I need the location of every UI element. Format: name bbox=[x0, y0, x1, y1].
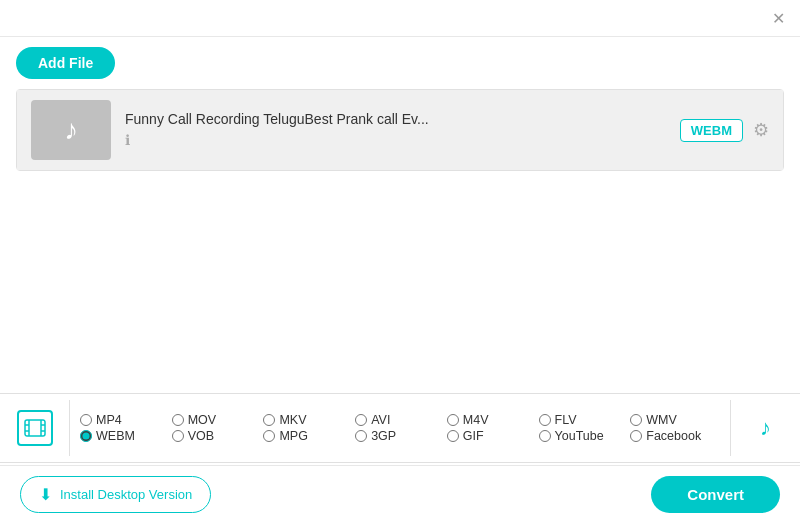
format-label-avi: AVI bbox=[371, 413, 390, 427]
radio-m4v[interactable] bbox=[447, 414, 459, 426]
radio-webm[interactable] bbox=[80, 430, 92, 442]
format-option-mpg[interactable]: MPG bbox=[263, 429, 353, 443]
music-icon-area[interactable]: ♪ bbox=[730, 400, 800, 456]
info-icon[interactable]: ℹ bbox=[125, 132, 130, 148]
format-label-mov: MOV bbox=[188, 413, 216, 427]
settings-icon[interactable]: ⚙ bbox=[753, 119, 769, 141]
install-label: Install Desktop Version bbox=[60, 487, 192, 502]
format-option-avi[interactable]: AVI bbox=[355, 413, 445, 427]
format-option-youtube[interactable]: YouTube bbox=[539, 429, 629, 443]
format-label-mp4: MP4 bbox=[96, 413, 122, 427]
format-label-youtube: YouTube bbox=[555, 429, 604, 443]
radio-avi[interactable] bbox=[355, 414, 367, 426]
format-options: MP4 MOV MKV AVI M4V FLV WMV WEBM bbox=[70, 409, 730, 447]
radio-mov[interactable] bbox=[172, 414, 184, 426]
radio-mp4[interactable] bbox=[80, 414, 92, 426]
download-icon: ⬇ bbox=[39, 485, 52, 504]
format-label-vob: VOB bbox=[188, 429, 214, 443]
music-icon: ♪ bbox=[64, 114, 78, 146]
add-file-button[interactable]: Add File bbox=[16, 47, 115, 79]
format-label-m4v: M4V bbox=[463, 413, 489, 427]
format-label-flv: FLV bbox=[555, 413, 577, 427]
format-label-facebook: Facebook bbox=[646, 429, 701, 443]
film-icon bbox=[17, 410, 53, 446]
radio-vob[interactable] bbox=[172, 430, 184, 442]
format-option-facebook[interactable]: Facebook bbox=[630, 429, 720, 443]
radio-flv[interactable] bbox=[539, 414, 551, 426]
audio-mode-icon: ♪ bbox=[760, 415, 771, 441]
toolbar: Add File bbox=[0, 37, 800, 89]
file-list: ♪ Funny Call Recording TeluguBest Prank … bbox=[16, 89, 784, 171]
radio-mkv[interactable] bbox=[263, 414, 275, 426]
format-icon-area bbox=[0, 400, 70, 456]
content-area bbox=[0, 171, 800, 371]
file-name: Funny Call Recording TeluguBest Prank ca… bbox=[125, 111, 666, 127]
format-label-mpg: MPG bbox=[279, 429, 307, 443]
format-label-mkv: MKV bbox=[279, 413, 306, 427]
svg-rect-0 bbox=[25, 420, 45, 436]
format-badge[interactable]: WEBM bbox=[680, 119, 743, 142]
format-label-wmv: WMV bbox=[646, 413, 677, 427]
format-option-vob[interactable]: VOB bbox=[172, 429, 262, 443]
file-actions: WEBM ⚙ bbox=[680, 119, 769, 142]
format-option-gif[interactable]: GIF bbox=[447, 429, 537, 443]
radio-youtube[interactable] bbox=[539, 430, 551, 442]
radio-facebook[interactable] bbox=[630, 430, 642, 442]
format-option-mkv[interactable]: MKV bbox=[263, 413, 353, 427]
file-thumbnail: ♪ bbox=[31, 100, 111, 160]
format-label-3gp: 3GP bbox=[371, 429, 396, 443]
radio-wmv[interactable] bbox=[630, 414, 642, 426]
format-option-webm[interactable]: WEBM bbox=[80, 429, 170, 443]
format-label-gif: GIF bbox=[463, 429, 484, 443]
footer: ⬇ Install Desktop Version Convert bbox=[0, 465, 800, 523]
format-option-3gp[interactable]: 3GP bbox=[355, 429, 445, 443]
format-option-mp4[interactable]: MP4 bbox=[80, 413, 170, 427]
format-option-wmv[interactable]: WMV bbox=[630, 413, 720, 427]
close-button[interactable]: ✕ bbox=[768, 8, 788, 28]
radio-mpg[interactable] bbox=[263, 430, 275, 442]
install-button[interactable]: ⬇ Install Desktop Version bbox=[20, 476, 211, 513]
format-option-mov[interactable]: MOV bbox=[172, 413, 262, 427]
convert-button[interactable]: Convert bbox=[651, 476, 780, 513]
format-bar: MP4 MOV MKV AVI M4V FLV WMV WEBM bbox=[0, 393, 800, 463]
format-label-webm: WEBM bbox=[96, 429, 135, 443]
title-bar: ✕ bbox=[0, 0, 800, 37]
file-info: Funny Call Recording TeluguBest Prank ca… bbox=[111, 111, 680, 149]
format-option-flv[interactable]: FLV bbox=[539, 413, 629, 427]
radio-gif[interactable] bbox=[447, 430, 459, 442]
radio-3gp[interactable] bbox=[355, 430, 367, 442]
format-option-m4v[interactable]: M4V bbox=[447, 413, 537, 427]
file-item: ♪ Funny Call Recording TeluguBest Prank … bbox=[17, 90, 783, 170]
